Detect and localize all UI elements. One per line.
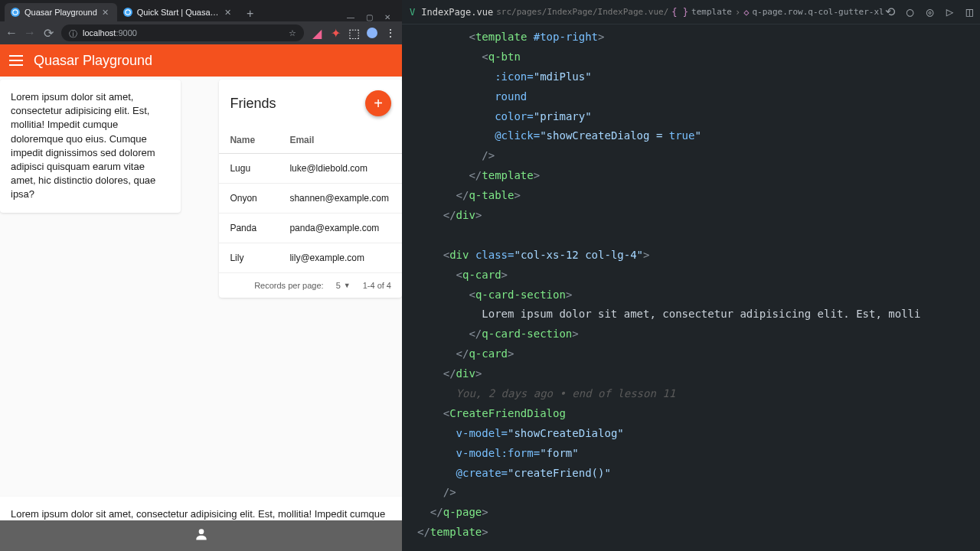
code-line: <q-btn <box>417 47 980 67</box>
bottom-bar <box>0 520 402 551</box>
table-row[interactable]: Panda panda@example.com <box>219 214 402 243</box>
code-line: </q-card-section> <box>417 324 980 344</box>
info-icon: ⓘ <box>69 28 78 37</box>
page-title: Quasar Playground <box>34 53 152 69</box>
cell-name: Panda <box>230 223 289 233</box>
table-row[interactable]: Lily lily@example.com <box>219 243 402 273</box>
code-line: <q-card-section> <box>417 285 980 305</box>
table-row[interactable]: Onyon shannen@example.com <box>219 184 402 214</box>
app-header: Quasar Playground <box>0 44 402 77</box>
extension-icon[interactable]: ◢ <box>312 28 322 38</box>
editor-toolbar: V IndexPage.vue src/pages/IndexPage/Inde… <box>402 0 980 24</box>
bookmark-icon[interactable]: ☆ <box>289 28 296 38</box>
maximize-icon[interactable]: ▢ <box>365 13 373 21</box>
quasar-icon <box>11 8 20 17</box>
cards-row: Lorem ipsum dolor sit amet, consectetur … <box>0 80 402 298</box>
breadcrumb-selector: q-page.row.q-col-gutter-xl <box>752 7 884 17</box>
person-icon[interactable] <box>194 527 209 545</box>
tab-title: Quasar Playground <box>24 8 97 17</box>
hamburger-icon[interactable] <box>9 55 23 66</box>
close-icon[interactable]: ✕ <box>102 8 111 17</box>
column-email[interactable]: Email <box>289 135 391 145</box>
code-line <box>417 226 980 246</box>
cell-name: Lily <box>230 253 289 263</box>
code-line: /> <box>417 146 980 166</box>
code-line: /> <box>417 483 980 503</box>
window-controls: — ▢ ✕ <box>347 13 397 21</box>
code-line: You, 2 days ago • end of lesson 11 <box>417 384 980 404</box>
extension-icons: ◢ ✦ ⬚ ⋮ <box>312 28 396 38</box>
code-line: v-model="showCreateDialog" <box>417 424 980 444</box>
per-page-select[interactable]: 5 ▼ <box>336 281 351 290</box>
cell-email: shannen@example.com <box>289 193 391 204</box>
code-line: </q-card> <box>417 344 980 364</box>
friends-title: Friends <box>230 96 276 112</box>
close-window-icon[interactable]: ✕ <box>384 13 391 21</box>
code-line: color="primary" <box>417 107 980 127</box>
circle-icon[interactable]: ○ <box>904 6 916 18</box>
breadcrumb-file: IndexPage.vue <box>421 7 493 18</box>
breadcrumb[interactable]: IndexPage.vue src/pages/IndexPage/IndexP… <box>421 7 884 18</box>
code-line: @click="showCreateDialog = true" <box>417 126 980 146</box>
minimize-icon[interactable]: — <box>347 13 354 21</box>
url-input[interactable]: ⓘ localhost:9000 ☆ <box>61 24 304 41</box>
tab-title: Quick Start | Quasar Fra <box>137 8 220 17</box>
code-line: </q-table> <box>417 186 980 206</box>
timeline-icon[interactable]: ⟲ <box>884 6 897 18</box>
code-line: Lorem ipsum dolor sit amet, consectetur … <box>417 305 980 324</box>
code-line: </q-page> <box>417 503 980 523</box>
run-icon[interactable]: ▷ <box>944 6 956 18</box>
code-line: </div> <box>417 364 980 384</box>
svg-point-2 <box>198 529 204 534</box>
friends-header: Friends + <box>219 80 402 127</box>
code-line: v-model:form="form" <box>417 444 980 464</box>
quasar-icon <box>123 8 132 17</box>
breadcrumb-item: template <box>691 7 732 17</box>
tab-bar: Quasar Playground ✕ Quick Start | Quasar… <box>0 0 402 21</box>
code-line: <q-card> <box>417 266 980 285</box>
browser-tab-active[interactable]: Quasar Playground ✕ <box>5 3 117 21</box>
cell-name: Lugu <box>230 163 289 174</box>
friends-card: Friends + Name Email Lugu luke@ldiebold.… <box>219 80 402 298</box>
code-line: </template> <box>417 166 980 186</box>
friends-table: Name Email Lugu luke@ldiebold.com Onyon … <box>219 127 402 298</box>
code-line: <CreateFriendDialog <box>417 404 980 424</box>
table-row[interactable]: Lugu luke@ldiebold.com <box>219 154 402 184</box>
add-friend-button[interactable]: + <box>365 90 391 116</box>
braces-icon: { } <box>671 7 688 18</box>
address-bar: ← → ⟳ ⓘ localhost:9000 ☆ ◢ ✦ ⬚ ⋮ <box>0 21 402 44</box>
braces-icon: ◇ <box>743 7 749 18</box>
cell-email: lily@example.com <box>289 253 391 263</box>
code-line: :icon="mdiPlus" <box>417 67 980 87</box>
url-text: localhost:9000 <box>83 28 284 37</box>
vue-icon: V <box>410 7 415 18</box>
page-body[interactable]: Lorem ipsum dolor sit amet, consectetur … <box>0 77 402 520</box>
reload-button[interactable]: ⟳ <box>43 28 54 38</box>
new-tab-button[interactable]: + <box>243 6 258 21</box>
extensions-button[interactable]: ⬚ <box>348 28 359 38</box>
browser-tab[interactable]: Quick Start | Quasar Fra ✕ <box>117 3 240 21</box>
code-line: </div> <box>417 206 980 226</box>
chevron-down-icon: ▼ <box>344 282 351 289</box>
cell-email: panda@example.com <box>289 223 391 233</box>
profile-avatar[interactable] <box>367 28 377 38</box>
split-icon[interactable]: ◫ <box>964 6 976 18</box>
breadcrumb-path: src/pages/IndexPage/IndexPage.vue/ <box>496 7 668 17</box>
lorem-card-bottom: Lorem ipsum dolor sit amet, consectetur … <box>0 497 402 520</box>
lorem-card: Lorem ipsum dolor sit amet, consectetur … <box>0 80 181 213</box>
forward-button[interactable]: → <box>24 28 35 38</box>
code-line: <template #top-right> <box>417 28 980 47</box>
svg-point-1 <box>126 10 130 15</box>
target-icon[interactable]: ◎ <box>924 6 936 18</box>
code-area[interactable]: <template #top-right> <q-btn :icon="mdiP… <box>402 24 980 551</box>
column-name[interactable]: Name <box>230 135 289 145</box>
code-editor: V IndexPage.vue src/pages/IndexPage/Inde… <box>402 0 980 551</box>
editor-actions: ⟲ ○ ◎ ▷ ◫ ✕ ⋯ <box>884 6 980 18</box>
close-icon[interactable]: ✕ <box>224 8 234 17</box>
code-line: </template> <box>417 523 980 543</box>
app-viewport: Quasar Playground Lorem ipsum dolor sit … <box>0 44 402 551</box>
back-button[interactable]: ← <box>6 28 17 38</box>
extension-icon[interactable]: ✦ <box>330 28 341 38</box>
menu-icon[interactable]: ⋮ <box>385 28 396 38</box>
table-footer: Records per page: 5 ▼ 1-4 of 4 <box>219 273 402 298</box>
